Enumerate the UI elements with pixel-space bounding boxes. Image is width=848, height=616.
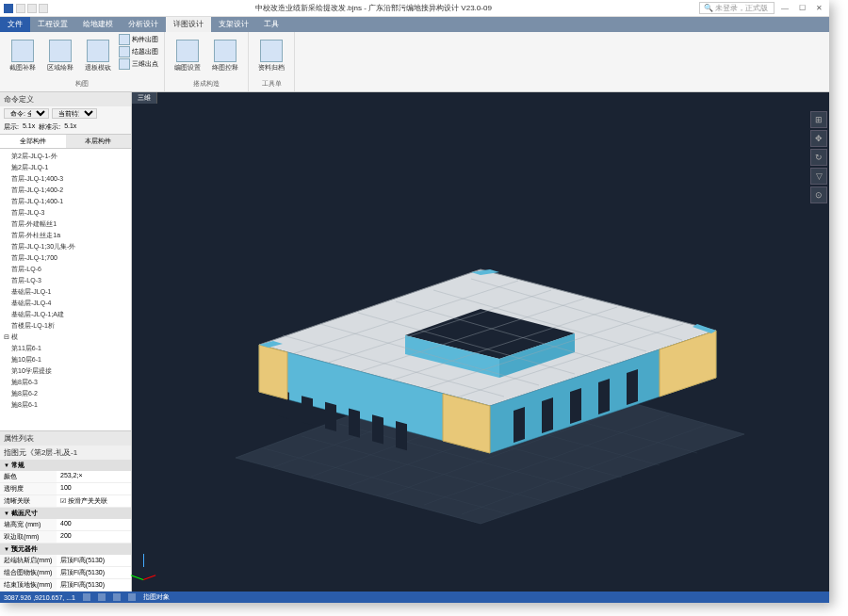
result-icon (119, 46, 130, 57)
coordinates: 3087.926 ,9210.657, ...1 (4, 594, 75, 601)
svg-rect-36 (396, 421, 407, 450)
tree-item[interactable]: 首层-外建幅丝1 (2, 219, 129, 230)
building-model[interactable] (188, 213, 773, 533)
ribbon-btn[interactable]: 终图控释 (208, 34, 242, 78)
tree-item[interactable]: 首层-外柱丝走1a (2, 230, 129, 241)
area-icon (49, 40, 72, 62)
tree-item[interactable]: 首层-JLQ-1;30儿集-外 (2, 241, 129, 252)
tab-support[interactable]: 支架设计 (211, 17, 256, 32)
drawing-icon (11, 40, 34, 62)
props-context: 指图元《第2层-礼及-1 (0, 446, 131, 460)
3d-viewport[interactable]: 三维 ⊞ ✥ ↻ ▽ ⊙ (132, 92, 829, 592)
filter-dropdown2[interactable]: 当前特造 (52, 108, 97, 119)
ribbon-tabs: 文件 工程设置 绘地建模 分析设计 详图设计 支架设计 工具 (0, 17, 829, 32)
viewport-tab[interactable]: 三维 (132, 92, 157, 104)
tab-project[interactable]: 工程设置 (30, 17, 75, 32)
svg-rect-33 (325, 402, 336, 431)
tree-item[interactable]: 施8层6-2 (2, 388, 129, 399)
tab-analysis[interactable]: 分析设计 (121, 17, 166, 32)
tree-section[interactable]: 模 (2, 332, 129, 343)
archive-icon (260, 40, 283, 62)
tab-detail-design[interactable]: 详图设计 (166, 17, 211, 32)
tree-item[interactable]: 首层-LQ-3 (2, 275, 129, 286)
close-button[interactable]: ✕ (812, 3, 825, 14)
panel-title: 命令定义 (0, 92, 131, 106)
props-title: 属性列表 (0, 431, 131, 446)
ribbon-btn-sm[interactable]: 构件出图 (119, 34, 158, 45)
ribbon-btn[interactable]: 截图补释 (6, 34, 40, 78)
axis-gizmo[interactable] (139, 556, 168, 584)
properties-panel: 属性列表 指图元《第2层-礼及-1 常规 颜色253,2;× 透明度100 清晰… (0, 430, 131, 592)
ribbon-btn[interactable]: 区域绘释 (43, 34, 77, 78)
ribbon-group-label: 工具单 (254, 78, 288, 89)
svg-marker-44 (627, 369, 638, 405)
svg-rect-32 (302, 396, 313, 425)
svg-marker-42 (570, 388, 581, 424)
tree-item[interactable]: 首层-JLQ-1;400-2 (2, 185, 129, 196)
left-panel: 命令定义 命令: 全部 当前特造 层示:5.1x 标准示:5.1x 全部构件 本… (0, 92, 132, 592)
qat-icon[interactable] (16, 4, 25, 13)
maximize-button[interactable]: ☐ (795, 3, 808, 14)
app-icon (4, 4, 13, 13)
component-icon (119, 34, 130, 45)
ribbon-btn-sm[interactable]: 三维出点 (119, 58, 158, 70)
tree-item[interactable]: 首层-JLQ-3 (2, 207, 129, 219)
tab-tools[interactable]: 工具 (256, 17, 286, 32)
filter-dropdown[interactable]: 命令: 全部 (4, 108, 49, 119)
tree-item[interactable]: 首层-LQ-6 (2, 264, 129, 275)
3d-icon (119, 58, 130, 70)
tree-item[interactable]: 第2层-JLQ-1-外 (2, 151, 129, 162)
tab-model[interactable]: 绘地建模 (75, 17, 121, 32)
tree-item[interactable]: 基础层-JLQ-1;A建 (2, 309, 129, 320)
tab-layer-components[interactable]: 本层构件 (66, 135, 132, 148)
ribbon-btn[interactable]: 编图设置 (171, 34, 204, 78)
slab-icon (87, 40, 109, 62)
ribbon: 截图补释 区域绘释 退板模砍 构件出图 结题出图 三维出点 构图 编图设置 终图… (0, 32, 829, 92)
tree-item[interactable]: 施10层6-1 (2, 354, 129, 365)
control-icon (214, 40, 236, 62)
window-title: 中校改造业绩新采绘提改发.bjns - 广东沿部污编地接异构设计 V23.0-0… (48, 3, 699, 13)
ribbon-group-label: 搭成构造 (171, 78, 242, 89)
tree-item[interactable]: 施8层6-1 (2, 399, 129, 411)
tab-file[interactable]: 文件 (0, 17, 30, 32)
svg-marker-43 (598, 379, 610, 414)
title-bar: 中校改造业绩新采绘提改发.bjns - 广东沿部污编地接异构设计 V23.0-0… (0, 0, 829, 17)
status-tool[interactable] (98, 593, 106, 601)
settings-icon (176, 40, 199, 62)
tree-item[interactable]: 首层-JLQ-1;400-3 (2, 173, 129, 185)
svg-marker-40 (514, 407, 525, 443)
qat-icon[interactable] (27, 4, 37, 13)
tree-item[interactable]: 基础层-JLQ-4 (2, 298, 129, 309)
status-tool[interactable] (128, 593, 136, 601)
prop-section-head[interactable]: 截面尺寸 (0, 508, 131, 519)
status-tool[interactable] (113, 593, 121, 601)
qat-icon[interactable] (39, 4, 48, 13)
z-axis-icon (143, 554, 144, 567)
prop-section-head[interactable]: 常规 (0, 460, 131, 471)
tree-item[interactable]: 第11层6-1 (2, 343, 129, 354)
tree-item[interactable]: 基础层-JLQ-1 (2, 286, 129, 298)
status-tool[interactable] (83, 593, 90, 601)
search-input[interactable]: 🔍 未登录，正式版 (699, 2, 775, 14)
quick-access-toolbar[interactable] (16, 4, 48, 13)
snap-icon (98, 593, 106, 601)
minimize-button[interactable]: — (778, 3, 791, 14)
svg-rect-35 (372, 414, 383, 444)
ribbon-btn-sm[interactable]: 结题出图 (119, 46, 158, 57)
tree-item[interactable]: 首楼层-LQ-1析 (2, 320, 129, 332)
tree-item[interactable]: 施2层-JLQ-1 (2, 162, 129, 173)
ortho-icon (113, 593, 121, 601)
svg-marker-39 (259, 345, 287, 399)
tree-item[interactable]: 首层-JLQ-1;700 (2, 252, 129, 264)
tree-item[interactable]: 第10学层提接 (2, 365, 129, 377)
tree-item[interactable]: 首层-JLQ-1;400-1 (2, 196, 129, 207)
grid-icon (83, 593, 90, 601)
svg-marker-41 (542, 397, 553, 433)
tab-all-components[interactable]: 全部构件 (0, 135, 66, 148)
prop-section-head[interactable]: 预元器件 (0, 543, 131, 555)
ribbon-btn[interactable]: 资料归档 (254, 34, 288, 78)
ribbon-btn[interactable]: 退板模砍 (81, 34, 115, 78)
component-tree[interactable]: 第2层-JLQ-1-外 施2层-JLQ-1 首层-JLQ-1;400-3 首层-… (0, 149, 131, 430)
tree-item[interactable]: 施8层6-3 (2, 377, 129, 388)
status-mode: 指图对象 (143, 592, 170, 602)
